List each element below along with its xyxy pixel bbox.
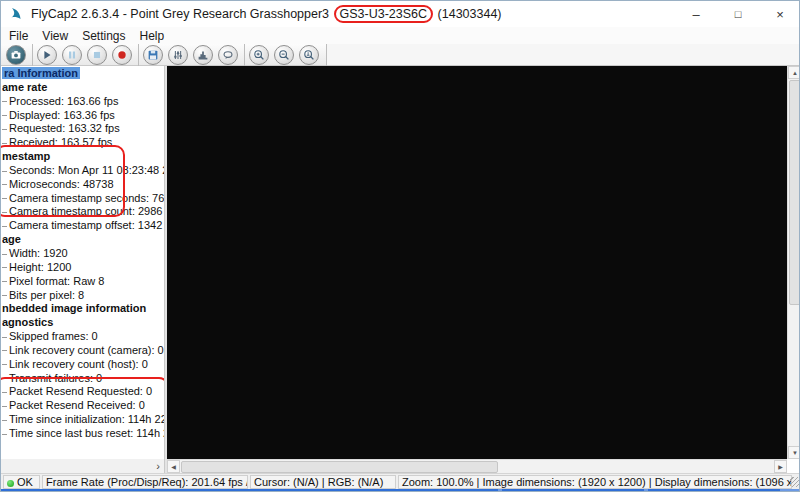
menu-help[interactable]: Help <box>133 29 172 43</box>
window-title-suffix: (14303344) <box>438 7 502 21</box>
vertical-scrollbar[interactable]: ▲ ▼ <box>787 66 800 459</box>
tree-leaf-pixel-format: Pixel format: Raw 8 <box>2 275 164 289</box>
tree-leaf-microseconds: Microseconds: 48738 <box>2 178 164 192</box>
tree-leaf-camera-timestamp-count: Camera timestamp count: 2986 <box>2 205 164 219</box>
tree-leaf-link-recovery-camera: Link recovery count (camera): 0 <box>2 344 164 358</box>
menu-settings[interactable]: Settings <box>75 29 132 43</box>
tree-leaf-packet-resend-requested: Packet Resend Requested: 0 <box>2 385 164 399</box>
camera-model-annotation: GS3-U3-23S6C <box>334 5 434 23</box>
tree-leaf-transmit-failures: Transmit failures: 0 <box>2 372 164 386</box>
panel-collapse-chevron-icon[interactable]: › <box>156 459 160 473</box>
stop-icon <box>90 48 104 62</box>
camera-control-icon <box>171 48 185 62</box>
minimize-button[interactable]: – <box>675 1 717 27</box>
record-button[interactable] <box>112 45 132 65</box>
camera-model-text: GS3-U3-23S6C <box>340 7 428 21</box>
title-bar: FlyCap2 2.6.3.4 - Point Grey Research Gr… <box>1 1 800 27</box>
status-ok-text: OK <box>17 476 33 488</box>
play-icon <box>40 48 54 62</box>
flycap2-logo-icon <box>8 6 24 22</box>
tree-node-frame-rate[interactable]: ame rate <box>2 81 164 95</box>
close-button[interactable]: × <box>759 1 800 27</box>
horizontal-scrollbar[interactable]: ◀ ▶ <box>167 459 787 473</box>
toolbar-separator <box>138 44 139 66</box>
tree-leaf-seconds: Seconds: Mon Apr 11 08:23:48 20 <box>2 164 164 178</box>
tree-leaf-link-recovery-host: Link recovery count (host): 0 <box>2 358 164 372</box>
scroll-up-icon[interactable]: ▲ <box>788 66 800 79</box>
scroll-down-icon[interactable]: ▼ <box>788 446 800 459</box>
play-button[interactable] <box>37 45 57 65</box>
flycap2-window: FlyCap2 2.6.3.4 - Point Grey Research Gr… <box>0 0 800 492</box>
tree-node-embedded-image-information[interactable]: nbedded image information <box>2 302 164 316</box>
tree-leaf-processed-fps: Processed: 163.66 fps <box>2 95 164 109</box>
status-zoom-dimensions-cell: Zoom: 100.0% | Image dimensions: (1920 x… <box>398 475 792 489</box>
tree-leaf-packet-resend-received: Packet Resend Received: 0 <box>2 399 164 413</box>
tree-leaf-displayed-fps: Displayed: 163.36 fps <box>2 109 164 123</box>
camera-information-panel[interactable]: ra Information ame rate Processed: 163.6… <box>1 66 164 459</box>
tree-leaf-time-since-last-bus-reset: Time since last bus reset: 114h 2 <box>2 427 164 441</box>
scroll-right-icon[interactable]: ▶ <box>774 460 787 473</box>
tree-node-camera-information[interactable]: ra Information <box>2 67 164 81</box>
tree-leaf-received-fps: Received: 163.57 fps <box>2 136 164 150</box>
status-cursor-rgb-cell: Cursor: (N/A) | RGB: (N/A) <box>250 475 396 489</box>
toolbar <box>1 44 800 66</box>
status-led-icon <box>7 480 14 487</box>
camera-control-button[interactable] <box>168 45 188 65</box>
tree-node-diagnostics[interactable]: agnostics <box>2 316 164 330</box>
camera-selection-button[interactable] <box>6 45 26 65</box>
tree-leaf-width: Width: 1920 <box>2 247 164 261</box>
zoom-in-button[interactable] <box>249 45 269 65</box>
tree-leaf-camera-timestamp-seconds: Camera timestamp seconds: 76 <box>2 192 164 206</box>
tree-leaf-skipped-frames: Skipped frames: 0 <box>2 330 164 344</box>
tree-leaf-requested-fps: Requested: 163.32 fps <box>2 122 164 136</box>
pause-button[interactable] <box>62 45 82 65</box>
tree-leaf-camera-timestamp-offset: Camera timestamp offset: 1342 <box>2 219 164 233</box>
toolbar-empty-area <box>327 44 800 65</box>
toolbar-separator <box>32 44 33 66</box>
resize-grip[interactable] <box>790 477 800 487</box>
toolbar-separator <box>244 44 245 66</box>
status-bar: OK Frame Rate (Proc/Disp/Req): 201.64 fp… <box>1 473 800 489</box>
zoom-100-icon <box>302 48 316 62</box>
histogram-button[interactable] <box>193 45 213 65</box>
menu-file[interactable]: File <box>1 29 35 43</box>
zoom-in-icon <box>252 48 266 62</box>
camera-information-tree: ra Information ame rate Processed: 163.6… <box>2 67 164 441</box>
maximize-button[interactable]: □ <box>717 1 759 27</box>
window-title-prefix: FlyCap2 2.6.3.4 - Point Grey Research Gr… <box>31 7 329 21</box>
status-ok-cell: OK <box>3 475 40 489</box>
horizontal-scroll-thumb[interactable] <box>181 461 498 473</box>
window-controls: – □ × <box>675 1 800 27</box>
menu-view[interactable]: View <box>35 29 75 43</box>
tree-node-image[interactable]: age <box>2 233 164 247</box>
vertical-scroll-thumb[interactable] <box>789 80 800 305</box>
tree-node-timestamp[interactable]: mestamp <box>2 150 164 164</box>
tree-leaf-time-since-initialization: Time since initialization: 114h 22 <box>2 413 164 427</box>
zoom-100-button[interactable] <box>299 45 319 65</box>
info-bubble-icon <box>221 48 235 62</box>
panel-bottom-strip: › <box>1 459 164 473</box>
save-image-icon <box>146 48 160 62</box>
status-frame-rate-cell: Frame Rate (Proc/Disp/Req): 201.64 fps /… <box>42 475 248 489</box>
scroll-left-icon[interactable]: ◀ <box>167 460 180 473</box>
zoom-out-icon <box>277 48 291 62</box>
histogram-icon <box>196 48 210 62</box>
tree-leaf-bits-per-pixel: Bits per pixel: 8 <box>2 289 164 303</box>
menu-bar: File View Settings Help <box>1 27 800 44</box>
window-title: FlyCap2 2.6.3.4 - Point Grey Research Gr… <box>31 5 502 23</box>
pause-icon <box>65 48 79 62</box>
image-display[interactable] <box>167 66 787 459</box>
zoom-out-button[interactable] <box>274 45 294 65</box>
info-bubble-button[interactable] <box>218 45 238 65</box>
stop-button[interactable] <box>87 45 107 65</box>
camera-icon <box>9 48 23 62</box>
tree-leaf-height: Height: 1200 <box>2 261 164 275</box>
save-image-button[interactable] <box>143 45 163 65</box>
record-icon <box>115 48 129 62</box>
